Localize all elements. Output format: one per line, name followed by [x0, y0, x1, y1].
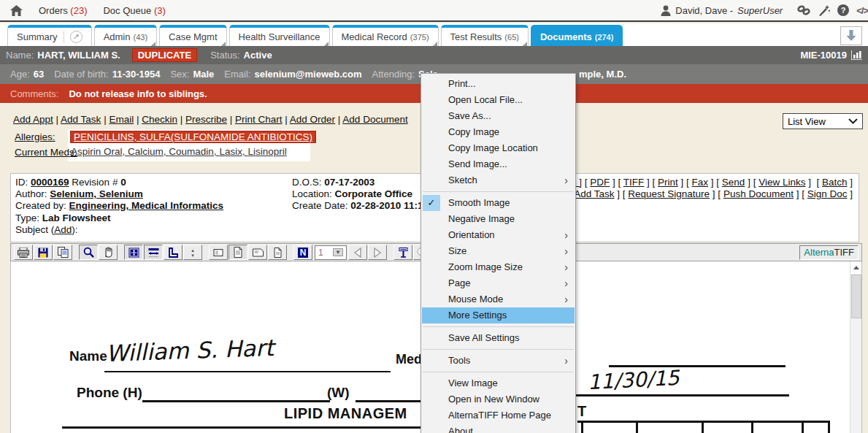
menu-item-negative-image[interactable]: Negative Image — [421, 211, 575, 227]
tab-test-results[interactable]: Test Results (65) — [441, 25, 529, 46]
fax-link[interactable]: Fax — [692, 177, 709, 188]
code-icon[interactable]: </> — [856, 5, 868, 16]
tab-health-surveillance[interactable]: Health Surveillance — [229, 25, 330, 46]
page-number-select[interactable]: 1 ▼ — [315, 245, 347, 260]
wand-icon[interactable] — [818, 5, 830, 16]
menu-item-save-all-settings[interactable]: Save All Settings — [421, 330, 575, 346]
tab-medical-record[interactable]: Medical Record (375) — [332, 25, 439, 46]
menu-item-size[interactable]: Size› — [421, 243, 575, 259]
add-document-link[interactable]: Add Document — [342, 114, 407, 125]
zoom-spinner[interactable]: ▴▾ — [183, 245, 202, 260]
flowsheet-icon[interactable] — [851, 50, 862, 60]
created-by-link[interactable]: Engineering, Medical Informatics — [69, 200, 224, 211]
submenu-arrow-icon: › — [564, 227, 568, 243]
med-link[interactable]: Calcium — [123, 146, 164, 157]
view-links-link[interactable]: View Links — [758, 177, 805, 188]
send-link[interactable]: Send — [722, 177, 745, 188]
menu-item-open-in-new-window[interactable]: Open in New Window — [421, 391, 575, 407]
current-meds-label[interactable]: Current Meds: — [15, 147, 77, 158]
request-signature-link[interactable]: Request Signature — [628, 188, 710, 199]
properties-icon[interactable] — [393, 245, 412, 260]
next-page-icon[interactable] — [368, 245, 387, 260]
med-link[interactable]: Lisinopril — [242, 146, 287, 157]
download-button[interactable] — [840, 26, 862, 45]
print-link[interactable]: Print — [658, 177, 678, 188]
add-task-doc-link[interactable]: Add Task — [574, 188, 614, 199]
med-link[interactable]: Lasix — [214, 146, 242, 157]
zoom-tool-icon[interactable] — [79, 245, 98, 260]
help-icon[interactable]: ? — [837, 4, 849, 16]
fit-height-icon[interactable] — [164, 245, 183, 260]
alternatiff-brand: AlternaTIFF — [799, 245, 859, 260]
scrollbar-up-icon[interactable] — [850, 261, 862, 274]
menu-item-open-local-file[interactable]: Open Local File... — [421, 92, 575, 108]
checkin-link[interactable]: Checkin — [142, 114, 177, 125]
add-task-link[interactable]: Add Task — [61, 114, 101, 125]
print-chart-link[interactable]: Print Chart — [235, 114, 283, 125]
spinner-down-icon[interactable]: ▾ — [191, 253, 194, 258]
tab-case-mgmt[interactable]: Case Mgmt — [159, 25, 226, 46]
menu-item-copy-image[interactable]: Copy Image — [421, 124, 575, 140]
rotate-landscape-icon[interactable] — [209, 245, 228, 260]
print-icon[interactable] — [14, 245, 33, 260]
fit-width-icon[interactable] — [144, 245, 163, 260]
tiff-link[interactable]: TIFF — [623, 177, 645, 188]
allergies-label[interactable]: Allergies: — [15, 131, 55, 142]
home-icon[interactable] — [10, 5, 23, 16]
comments-label: Comments: — [10, 88, 58, 99]
menu-item-tools[interactable]: Tools› — [421, 353, 575, 369]
prescribe-link[interactable]: Prescribe — [185, 114, 227, 125]
email-link[interactable]: Email — [109, 114, 134, 125]
doc-id-link[interactable]: 0000169 — [31, 177, 69, 188]
menu-item-orientation[interactable]: Orientation› — [421, 227, 575, 243]
sign-doc-link[interactable]: Sign Doc — [807, 188, 848, 199]
add-appt-link[interactable]: Add Appt — [13, 114, 53, 125]
single-page-icon[interactable] — [268, 245, 287, 260]
tab-admin[interactable]: Admin (43) — [94, 25, 157, 46]
tab-summary[interactable]: Summary ↗ — [7, 25, 92, 46]
menu-item-zoom-image-size[interactable]: Zoom Image Size› — [421, 259, 575, 275]
med-link[interactable]: Coumadin — [164, 146, 214, 157]
med-link[interactable]: Aspirin Oral — [71, 146, 123, 157]
menu-item-print[interactable]: Print... — [421, 76, 575, 92]
view-mode-select[interactable]: List View — [783, 113, 863, 129]
menu-item-send-image[interactable]: Send Image... — [421, 156, 575, 172]
add-order-link[interactable]: Add Order — [290, 114, 335, 125]
duplicate-badge[interactable]: DUPLICATE — [132, 48, 197, 62]
doc-queue-link[interactable]: Doc Queue (3) — [103, 5, 165, 16]
age-value: 63 — [34, 69, 44, 80]
pan-hand-icon[interactable] — [99, 245, 118, 260]
portrait-page-icon[interactable] — [228, 245, 247, 260]
subject-add-link[interactable]: Add — [54, 224, 72, 235]
allergies-value[interactable]: PENICILLINS, SULFA(SULFONAMIDE ANTIBIOTI… — [70, 131, 316, 143]
pdf-link[interactable]: PDF — [590, 177, 610, 188]
summary-popout-icon[interactable]: ↗ — [64, 31, 82, 43]
scrollbar-thumb[interactable] — [851, 275, 861, 318]
menu-item-alternatiff-home-page[interactable]: AlternaTIFF Home Page — [421, 407, 575, 424]
tab-documents[interactable]: Documents (274) — [531, 25, 623, 46]
orders-link[interactable]: Orders (23) — [39, 5, 87, 16]
spinner-up-icon[interactable]: ▴ — [191, 248, 194, 253]
negative-image-icon[interactable]: N — [293, 245, 312, 260]
menu-item-copy-image-location[interactable]: Copy Image Location — [421, 140, 575, 156]
menu-item-sketch[interactable]: Sketch› — [421, 172, 575, 188]
batch-link[interactable]: Batch — [822, 177, 848, 188]
user-menu[interactable]: David, Dave - SuperUser — [661, 5, 783, 16]
menu-item-smooth-image[interactable]: ✓Smooth Image — [421, 195, 575, 211]
link-icon[interactable] — [797, 5, 810, 15]
menu-item-about[interactable]: About — [421, 424, 575, 433]
chart-id: MIE-10019 — [800, 50, 847, 61]
fit-window-icon[interactable] — [124, 245, 143, 260]
menu-item-view-image[interactable]: View Image — [421, 375, 575, 391]
menu-item-page[interactable]: Page› — [421, 275, 575, 291]
author-link[interactable]: Selenium, Selenium — [50, 188, 143, 199]
menu-item-more-settings[interactable]: More Settings — [422, 307, 575, 323]
push-document-link[interactable]: Push Document — [723, 188, 794, 199]
menu-item-save-as[interactable]: Save As... — [421, 108, 575, 124]
copy-icon[interactable] — [53, 245, 72, 260]
landscape-page-icon[interactable] — [248, 245, 267, 260]
viewer-scrollbar[interactable] — [850, 261, 861, 433]
menu-item-mouse-mode[interactable]: Mouse Mode› — [421, 291, 575, 307]
save-icon[interactable] — [34, 245, 53, 260]
prev-page-icon[interactable] — [348, 245, 367, 260]
